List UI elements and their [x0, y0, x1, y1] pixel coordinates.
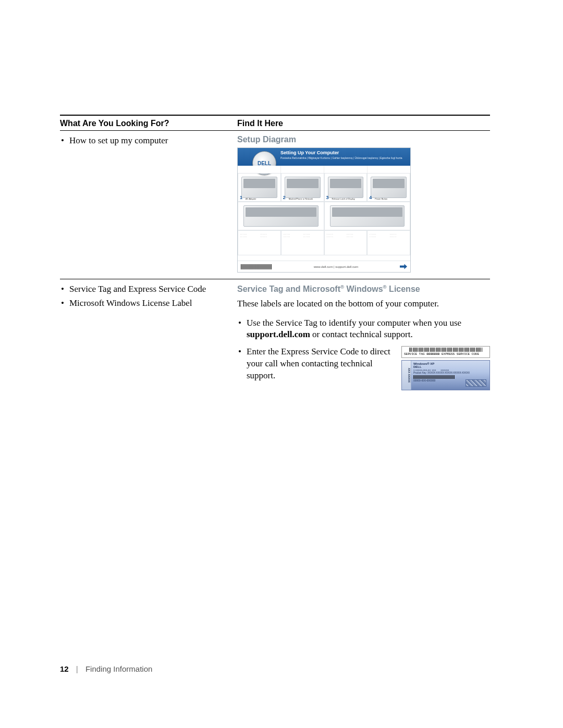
title-text: Service Tag and Microsoft	[237, 285, 340, 293]
list-item: SERVICE TAG BBBBBBB EXPRESS SERVICE CODE…	[237, 346, 490, 382]
setup-diagram-figure: DELL Setting Up Your Computer Postavka R…	[237, 147, 411, 273]
page-footer: 12 | Finding Information	[60, 664, 152, 673]
cell-left: Service Tag and Express Service Code Mic…	[60, 283, 237, 312]
registered-icon: ®	[340, 284, 344, 290]
cell-left: How to set up my computer	[60, 135, 237, 149]
section-name: Finding Information	[85, 664, 152, 673]
paragraph: These labels are located on the bottom o…	[237, 298, 490, 310]
bullet-list: How to set up my computer	[60, 135, 237, 147]
list-item: Microsoft Windows License Label	[60, 298, 237, 310]
text: Enter the Express Service Code to direct…	[247, 347, 390, 380]
document-page: What Are You Looking For? Find It Here H…	[0, 0, 563, 728]
bullet-list: Service Tag and Express Service Code Mic…	[60, 283, 237, 310]
cell-right: Setup Diagram DELL Setting Up Your Compu…	[237, 135, 490, 273]
table-row: How to set up my computer Setup Diagram …	[60, 135, 490, 273]
figure-banner: DELL Setting Up Your Computer Postavka R…	[238, 148, 410, 166]
header-right: Find It Here	[237, 119, 490, 130]
arrow-right-icon	[400, 264, 407, 269]
list-item: How to set up my computer	[60, 135, 237, 147]
figure-banner-subtitle: Postavka Računalnika | Bilgisayar Kurlum…	[280, 156, 402, 159]
figure-grid: 1AC Adapter 2Modem/Phone or Network 3Rel…	[238, 173, 410, 261]
barcode-icon	[409, 348, 482, 352]
page-number: 12	[60, 664, 69, 673]
service-tag-title: Service Tag and Microsoft® Windows® Lice…	[237, 283, 490, 295]
list-item: Service Tag and Express Service Code	[60, 283, 237, 295]
step-number: 1	[240, 195, 242, 200]
list-item: Use the Service Tag to identify your com…	[237, 317, 490, 341]
title-text: License	[387, 285, 420, 293]
table-row: Service Tag and Express Service Code Mic…	[60, 283, 490, 390]
barcode-icon	[241, 264, 272, 269]
registered-icon: ®	[383, 284, 387, 290]
cell-right: Service Tag and Microsoft® Windows® Lice…	[237, 283, 490, 390]
figure-lang-strip	[238, 166, 410, 173]
separator-icon: |	[76, 664, 78, 673]
table-header-row: What Are You Looking For? Find It Here	[60, 119, 490, 130]
rule-thick	[60, 115, 490, 116]
setup-diagram-title: Setup Diagram	[237, 135, 490, 144]
bullet-list: Use the Service Tag to identify your com…	[237, 317, 490, 382]
service-tag-sticker: SERVICE TAG BBBBBBB EXPRESS SERVICE CODE	[401, 346, 490, 357]
svc-tag-text: SERVICE TAG BBBBBBB EXPRESS SERVICE CODE	[404, 352, 479, 356]
header-left: What Are You Looking For?	[60, 119, 237, 130]
step-number: 2	[283, 195, 286, 200]
text: Use the Service Tag to identify your com…	[247, 318, 461, 328]
text: or contact technical support.	[310, 329, 413, 339]
barcode-icon	[413, 375, 455, 379]
license-label-figure: SERVICE TAG BBBBBBB EXPRESS SERVICE CODE…	[401, 346, 490, 390]
coa-side: XXX XXXXX	[402, 361, 411, 390]
coa-key: Product Key: XXXXX-XXXXX-XXXXX-XXXXX-XXX…	[413, 372, 487, 374]
figure-banner-title: Setting Up Your Computer	[280, 150, 339, 155]
text-bold: support.dell.com	[247, 329, 310, 339]
figure-footer-url: www.dell.com | support.dell.com	[314, 265, 359, 268]
coa-brand: DELL	[413, 365, 422, 368]
rule-thin	[60, 130, 490, 131]
figure-footer: www.dell.com | support.dell.com	[238, 261, 410, 272]
step-number: 4	[369, 195, 372, 200]
step-number: 3	[326, 195, 329, 200]
hologram-icon	[466, 379, 486, 387]
windows-coa-sticker: XXX XXXXX Windows® XP DELL X XXXXX-XXX-X…	[401, 360, 490, 390]
title-text: Windows	[344, 285, 383, 293]
rule-thin	[60, 279, 490, 279]
